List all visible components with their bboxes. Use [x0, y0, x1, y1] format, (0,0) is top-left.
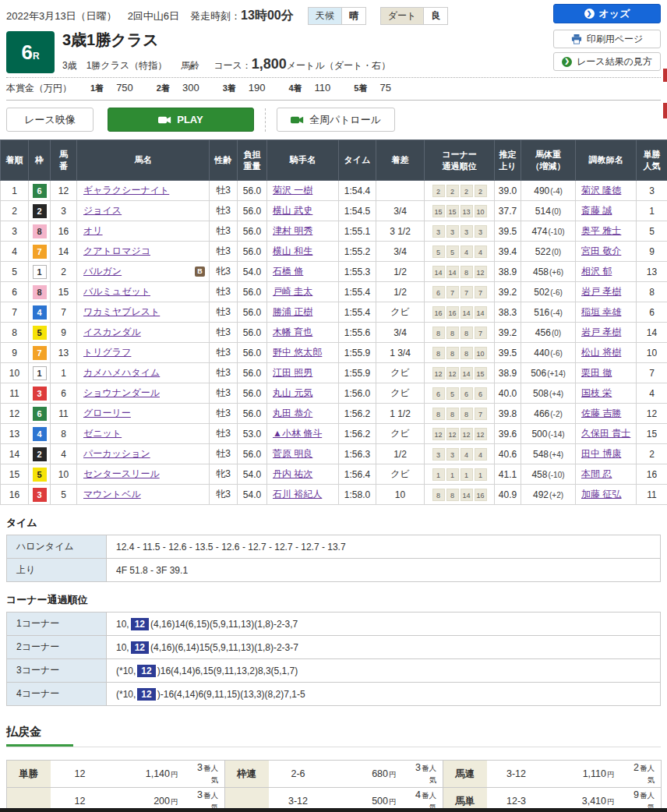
- horse-name-cell: センタースリール: [77, 464, 210, 485]
- corner-position-square: 2: [475, 185, 487, 197]
- horse-name-cell: グローリー: [77, 404, 210, 424]
- trainer-name-link[interactable]: 奥平 雅士: [581, 225, 621, 236]
- trainer-cell: 岩戸 孝樹: [576, 323, 637, 343]
- jockey-name-link[interactable]: 丹内 祐次: [273, 468, 312, 479]
- corner-position-square: 3: [446, 225, 459, 238]
- jockey-name-link[interactable]: 菅原 明良: [273, 448, 312, 459]
- trainer-name-link[interactable]: 国枝 栄: [581, 387, 612, 398]
- results-header-row: 着順枠馬 番馬名性齢負担 重量騎手名タイム着差コーナー 通過順位推定 上り馬体重…: [1, 140, 667, 181]
- jockey-name-link[interactable]: 丸田 恭介: [273, 408, 312, 418]
- trainer-name-link[interactable]: 稲垣 幸雄: [581, 306, 621, 317]
- trainer-name-link[interactable]: 本間 忍: [581, 468, 612, 479]
- finish-position: 8: [1, 323, 29, 343]
- trainer-name-link[interactable]: 加藤 征弘: [581, 489, 621, 500]
- race-weight-rule: 馬齢: [181, 59, 199, 72]
- trainer-name-link[interactable]: 菊沢 隆徳: [581, 185, 621, 196]
- table-row: 1612ギャラクシーナイト牡356.0菊沢 一樹1:54.4222239.049…: [1, 181, 667, 201]
- prize-money-row: 本賞金（万円） 1着7502着3003着1904着1105着75: [6, 78, 661, 101]
- prize-items: 1着7502着3003着1904着1105着75: [90, 82, 391, 94]
- horse-name-link[interactable]: ジョイス: [83, 205, 122, 216]
- jockey-name-link[interactable]: 戸崎 圭太: [273, 286, 312, 297]
- jockey-name-link[interactable]: 野中 悠太郎: [273, 347, 322, 358]
- jockey-name-link[interactable]: 横山 和生: [273, 245, 312, 256]
- horse-name-link[interactable]: センタースリール: [83, 468, 160, 479]
- play-button[interactable]: PLAY: [108, 108, 254, 132]
- horse-name-link[interactable]: グローリー: [83, 408, 131, 418]
- start-time-value: 13時00分: [241, 9, 294, 22]
- trainer-name-link[interactable]: 佐藤 吉勝: [581, 408, 621, 418]
- jockey-name-link[interactable]: 丸山 元気: [273, 387, 312, 398]
- horse-name-link[interactable]: マウントベル: [83, 489, 141, 500]
- jockey-cell: ▲小林 脩斗: [267, 424, 339, 444]
- trainer-name-link[interactable]: 田中 博康: [581, 448, 621, 459]
- horse-name-link[interactable]: クアトロマジコ: [83, 245, 150, 256]
- last-up-label: 上り: [7, 559, 107, 582]
- jockey-cell: 横山 武史: [267, 201, 339, 221]
- horse-weight-diff: (-10): [548, 471, 564, 479]
- corner-positions: 6566: [425, 383, 495, 404]
- table-row: 1348ゼニット牡353.0▲小林 脩斗1:56.2クビ1212121239.6…: [1, 424, 667, 444]
- sex-age: 牝3: [210, 485, 238, 505]
- corner-positions: 3344: [425, 444, 495, 464]
- trainer-name-link[interactable]: 宮田 敬介: [581, 245, 621, 256]
- trainer-name-link[interactable]: 岩戸 孝樹: [581, 327, 621, 337]
- estimated-last-3f: 39.5: [495, 343, 521, 363]
- corner-order-post: (4,16)14(6,15)(5,9,11,13)(1,8)-2-3,7: [150, 619, 298, 630]
- horse-name-link[interactable]: パーカッション: [83, 448, 150, 459]
- column-header: 性齢: [210, 140, 238, 181]
- frame-number-badge: 4: [33, 305, 47, 320]
- jockey-name-link[interactable]: 菊沢 一樹: [273, 185, 312, 196]
- trainer-name-link[interactable]: 岩戸 孝樹: [581, 286, 621, 297]
- trainer-name-link[interactable]: 斎藤 誠: [581, 205, 612, 216]
- jockey-name-link[interactable]: 横山 武史: [273, 205, 312, 216]
- trainer-name-link[interactable]: 相沢 郁: [581, 266, 612, 277]
- horse-name-link[interactable]: オリ: [83, 225, 103, 236]
- frame-number-badge: 1: [33, 265, 47, 279]
- jockey-name-link[interactable]: ▲小林 脩斗: [273, 428, 322, 439]
- corner-position-square: 12: [461, 428, 473, 440]
- horse-name-link[interactable]: バルガン: [83, 266, 122, 277]
- payout-table-body: 単勝121,140円3番人気枠連2-6680円3番人気馬連3-121,110円2…: [7, 761, 662, 812]
- horse-weight: 522(0): [521, 242, 576, 262]
- jockey-name-link[interactable]: 石川 裕紀人: [273, 489, 322, 500]
- trainer-name-link[interactable]: 松山 将樹: [581, 347, 621, 358]
- win-popularity: 3: [637, 181, 667, 201]
- corner-position-square: 12: [475, 266, 487, 278]
- jockey-name-link[interactable]: 勝浦 正樹: [273, 306, 312, 317]
- corner-positions: 12121415: [425, 363, 495, 383]
- finish-time: 1:55.4: [339, 282, 376, 302]
- finish-time: 1:55.4: [339, 302, 376, 323]
- horse-name-link[interactable]: イスカンダル: [83, 327, 141, 337]
- course-distance: 1,800: [252, 56, 287, 72]
- column-header: 枠: [29, 140, 51, 181]
- horse-name-cell: ジョイス: [77, 201, 210, 221]
- prize-item: 1着750: [90, 82, 133, 94]
- horse-name-cell: バルガンB: [77, 262, 210, 282]
- horse-name-link[interactable]: ゼニット: [83, 428, 122, 439]
- odds-button[interactable]: ❯ オッズ: [553, 4, 661, 23]
- patrol-video-button[interactable]: 全周パトロール: [277, 108, 395, 132]
- horse-name-cell: パーカッション: [77, 444, 210, 464]
- corner-position-square: 6: [461, 387, 473, 400]
- horse-name-link[interactable]: バルミュゼット: [83, 286, 150, 297]
- carried-weight: 56.0: [238, 383, 267, 404]
- jockey-name-link[interactable]: 石橋 脩: [273, 266, 303, 277]
- trainer-name-link[interactable]: 栗田 徹: [581, 367, 612, 378]
- corner-position-square: 12: [432, 367, 445, 380]
- corner-position-square: 5: [446, 387, 459, 400]
- finish-position: 13: [1, 424, 29, 444]
- next-section-edge: [0, 808, 667, 812]
- horse-name-link[interactable]: ショウナンダール: [83, 387, 160, 398]
- jockey-name-link[interactable]: 木幡 育也: [273, 327, 312, 337]
- trainer-name-link[interactable]: 久保田 貴士: [581, 428, 630, 439]
- carried-weight: 56.0: [238, 181, 267, 201]
- horse-name-link[interactable]: カメハメハタイム: [83, 367, 160, 378]
- horse-name-link[interactable]: ギャラクシーナイト: [83, 185, 169, 196]
- horse-weight: 500(-14): [521, 424, 576, 444]
- jockey-name-link[interactable]: 津村 明秀: [273, 225, 312, 236]
- horse-name-link[interactable]: ワカミヤブレスト: [83, 306, 160, 317]
- race-video-button[interactable]: レース映像: [6, 108, 94, 132]
- horse-name-link[interactable]: トリグラフ: [83, 347, 131, 358]
- jockey-name-link[interactable]: 江田 照男: [273, 367, 312, 378]
- corner-position-square: 8: [432, 408, 445, 420]
